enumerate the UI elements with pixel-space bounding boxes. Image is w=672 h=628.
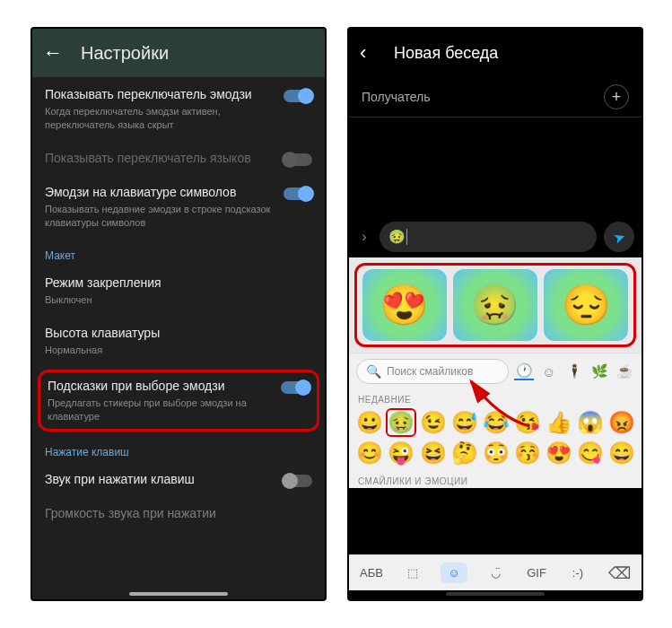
sticker-tab-icon[interactable]: ⬚ (399, 566, 426, 580)
setting-desc: Когда переключатель эмодзи активен, пере… (45, 105, 273, 132)
back-arrow-icon[interactable]: ‹ (360, 41, 381, 65)
setting-desc: Предлагать стикеры при выборе эмодзи на … (48, 397, 270, 423)
toggle (284, 153, 312, 166)
emoji-toolbar: 🔍 Поиск смайликов 🕐 ☺ 🕴 🌿 ☕ (349, 353, 641, 389)
toggle[interactable] (284, 475, 312, 487)
category-smileys-icon[interactable]: ☺ (539, 364, 559, 379)
emoji-cell[interactable]: 😄 (607, 439, 636, 467)
emoji-cell[interactable]: 😉 (418, 408, 448, 437)
expand-icon[interactable]: › (356, 229, 372, 245)
setting-emoji-hints-highlighted[interactable]: Подсказки при выборе эмодзи Предлагать с… (38, 370, 319, 432)
search-icon: 🔍 (366, 364, 381, 379)
page-title: Новая беседа (394, 44, 498, 63)
sticker-highlight-box: 😍 🤢 😔 (354, 263, 636, 347)
kaomoji-tab-icon[interactable]: ◡̈ (482, 566, 509, 580)
toggle[interactable] (284, 90, 312, 102)
emoji-cell[interactable]: 🤔 (449, 439, 479, 467)
input-emoji: 🤢 (388, 229, 406, 245)
emoji-cell[interactable]: 🤢 (386, 408, 416, 437)
compose-row: › 🤢 ➤ (349, 216, 641, 257)
toggle[interactable] (281, 381, 310, 394)
setting-pin-mode[interactable]: Режим закрепления Выключен (32, 266, 325, 316)
setting-title: Высота клавиатуры (45, 325, 301, 341)
header: ‹ Новая беседа (349, 29, 641, 77)
setting-title: Громкость звука при нажатии (45, 505, 301, 521)
setting-title: Показывать переключатель эмодзи (45, 86, 273, 102)
setting-title: Эмодзи на клавиатуре символов (45, 184, 273, 200)
emoji-cell[interactable]: 😂 (481, 408, 511, 437)
emoji-cell[interactable]: 😊 (354, 439, 384, 467)
gif-tab[interactable]: GIF (523, 566, 550, 580)
chat-body (349, 118, 641, 216)
settings-screen: ← Настройки Показывать переключатель эмо… (31, 27, 327, 601)
backspace-button[interactable]: ⌫ (606, 563, 633, 583)
setting-title: Звук при нажатии клавиш (45, 471, 273, 487)
category-people-icon[interactable]: 🕴 (564, 363, 584, 379)
setting-emoji-symbols[interactable]: Эмодзи на клавиатуре символов Показывать… (32, 175, 325, 239)
emoji-cell[interactable]: 😆 (418, 439, 448, 467)
add-recipient-button[interactable]: + (604, 84, 629, 109)
setting-title: Подсказки при выборе эмодзи (48, 378, 270, 394)
send-icon: ➤ (611, 227, 628, 247)
emoji-cell[interactable]: 😱 (575, 408, 605, 437)
setting-key-volume: Громкость звука при нажатии (32, 496, 325, 530)
textface-tab[interactable]: :-) (564, 566, 591, 580)
message-input[interactable]: 🤢 (380, 222, 597, 252)
emoji-cell[interactable]: 😳 (481, 439, 511, 467)
category-food-icon[interactable]: ☕ (615, 363, 634, 379)
setting-title: Показывать переключатель языков (45, 150, 273, 166)
recipient-label: Получатель (362, 90, 431, 104)
emoji-cell[interactable]: 😅 (449, 408, 479, 437)
sticker-suggestions: 😍 🤢 😔 (349, 257, 641, 353)
nav-gesture-bar[interactable] (446, 592, 545, 596)
emoji-cell[interactable]: 👍 (544, 408, 573, 437)
recipient-row[interactable]: Получатель + (349, 77, 641, 118)
setting-emoji-switch[interactable]: Показывать переключатель эмодзи Когда пе… (32, 77, 325, 141)
emoji-search[interactable]: 🔍 Поиск смайликов (356, 359, 509, 384)
sticker-love-sick[interactable]: 😍 (362, 269, 447, 341)
nav-gesture-bar[interactable] (129, 592, 228, 596)
emoji-cell[interactable]: 😋 (575, 439, 605, 467)
send-button[interactable]: ➤ (604, 222, 634, 252)
header: ← Настройки (32, 29, 325, 77)
recent-label: НЕДАВНИЕ (349, 389, 641, 406)
abc-button[interactable]: АБВ (358, 566, 385, 580)
category-nature-icon[interactable]: 🌿 (589, 363, 609, 379)
setting-key-sound[interactable]: Звук при нажатии клавиш (32, 462, 325, 496)
keyboard-bottom-bar: АБВ ⬚ ☺ ◡̈ GIF :-) ⌫ (349, 554, 641, 590)
emoji-tab-icon[interactable]: ☺ (441, 563, 467, 583)
toggle[interactable] (284, 188, 312, 200)
emoji-grid-recent: 😀🤢😉😅😂😘👍😱😡😊😜😆🤔😳😚😍😋😄 (349, 406, 641, 469)
text-cursor (406, 229, 407, 245)
back-arrow-icon[interactable]: ← (43, 41, 65, 65)
page-title: Настройки (81, 43, 169, 64)
sticker-nauseous[interactable]: 🤢 (453, 269, 537, 341)
chat-screen: ‹ Новая беседа Получатель + › 🤢 ➤ 😍 🤢 😔 … (347, 27, 643, 601)
emoji-keyboard: 🔍 Поиск смайликов 🕐 ☺ 🕴 🌿 ☕ НЕДАВНИЕ 😀🤢😉… (349, 353, 641, 488)
emoji-cell[interactable]: 😚 (512, 439, 542, 467)
emotions-label: СМАЙЛИКИ И ЭМОЦИИ (349, 469, 641, 488)
setting-title: Режим закрепления (45, 275, 301, 291)
emoji-cell[interactable]: 😘 (512, 408, 542, 437)
emoji-cell[interactable]: 😍 (544, 439, 573, 467)
emoji-cell[interactable]: 😀 (354, 408, 384, 437)
section-keys: Нажатие клавиш (32, 435, 325, 462)
emoji-cell[interactable]: 😜 (386, 439, 416, 467)
sticker-sleepy-sick[interactable]: 😔 (544, 269, 628, 341)
search-placeholder: Поиск смайликов (387, 365, 473, 378)
setting-desc: Нормальная (45, 344, 301, 357)
setting-kb-height[interactable]: Высота клавиатуры Нормальная (32, 316, 325, 366)
setting-desc: Показывать недавние эмодзи в строке подс… (45, 203, 273, 230)
setting-desc: Выключен (45, 293, 301, 307)
emoji-cell[interactable]: 😡 (607, 408, 636, 437)
section-layout: Макет (32, 239, 325, 266)
setting-lang-switch: Показывать переключатель языков (32, 141, 325, 175)
category-recent-icon[interactable]: 🕐 (514, 362, 534, 380)
